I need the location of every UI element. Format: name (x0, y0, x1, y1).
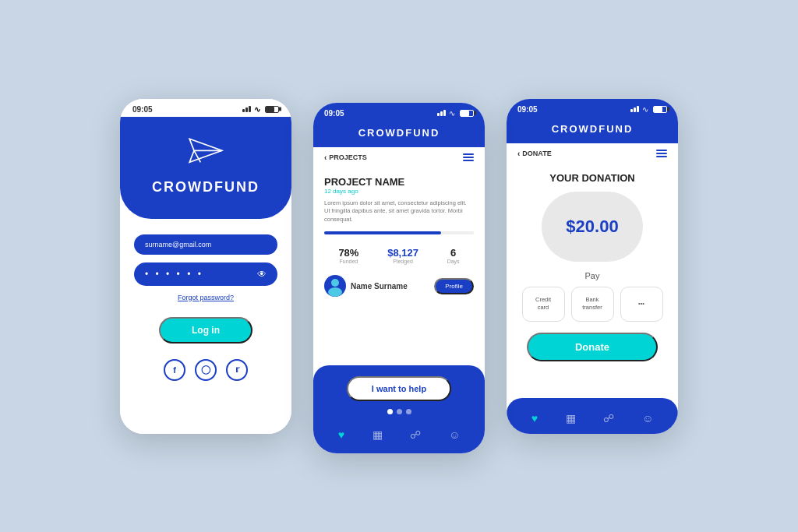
project-content: PROJECT NAME 12 days ago Lorem ipsum dol… (313, 168, 485, 365)
paper-plane-icon (186, 132, 225, 171)
donation-value: $20.00 (566, 217, 618, 237)
email-value: surname@gmail.com (145, 241, 211, 248)
pay-options: Credit card Bank transfer ••• (522, 287, 663, 322)
menu-line-2 (463, 157, 474, 158)
social-icons: f ◯ 𝕣 (164, 359, 248, 381)
sb2 (440, 111, 443, 116)
nav-heart[interactable]: ♥ (338, 428, 344, 441)
status-bar-2: 09:05 ∿ (313, 103, 485, 121)
password-input[interactable]: • • • • • • 👁 (134, 262, 277, 286)
facebook-icon[interactable]: f (164, 359, 185, 381)
sig-bar-3 (249, 106, 251, 112)
phones-container: 09:05 ∿ CROWDFUND surname@gmail.com (89, 60, 709, 473)
eye-icon[interactable]: 👁 (257, 269, 267, 280)
menu-icon-3[interactable] (656, 150, 667, 157)
login-bottom: surname@gmail.com • • • • • • 👁 Forgot p… (120, 219, 291, 434)
project-date: 12 days ago (324, 188, 474, 195)
nav-chat[interactable]: ☍ (410, 428, 421, 441)
sb3-3 (637, 106, 639, 112)
project-nav: ‹ PROJECTS (313, 147, 485, 168)
days-value: 6 (447, 247, 460, 259)
svg-point-3 (331, 279, 339, 287)
pay-label: Pay (585, 271, 600, 280)
login-top: CROWDFUND (120, 117, 291, 219)
chevron-icon-2: ‹ (517, 150, 520, 158)
dot-1 (387, 409, 393, 414)
wifi-icon-2: ∿ (449, 109, 455, 118)
back-button[interactable]: ‹ PROJECTS (324, 153, 367, 162)
dot-2 (397, 409, 402, 414)
profile-name: Name Surname (351, 282, 434, 291)
chevron-icon: ‹ (324, 153, 327, 162)
wifi-icon-3: ∿ (642, 105, 648, 114)
donation-title: YOUR DONATION (549, 172, 635, 184)
project-description: Lorem ipsum dolor sit amet, consectetur … (324, 199, 474, 224)
bottom-nav-3: ♥ ▦ ☍ ☺ (517, 406, 667, 426)
menu-line-1 (463, 153, 474, 155)
nav-grid[interactable]: ▦ (373, 428, 383, 441)
app-header-2: CROWDFUND (313, 121, 485, 147)
menu-icon[interactable] (463, 153, 474, 161)
app-title-2: CROWDFUND (358, 127, 440, 139)
more-options[interactable]: ••• (620, 287, 663, 322)
donate-content: YOUR DONATION $20.00 Pay Credit card Ban… (507, 164, 678, 398)
bank-transfer-option[interactable]: Bank transfer (571, 287, 614, 322)
signal-icon (242, 106, 251, 112)
bottom-nav-2: ♥ ▦ ☍ ☺ (324, 422, 474, 442)
login-button[interactable]: Log in (159, 317, 252, 344)
phone-project: 09:05 ∿ CROWDFUND ‹ PROJECTS (313, 103, 485, 453)
ml2 (656, 153, 667, 154)
profile-row: Name Surname Profile (324, 269, 474, 303)
donate-back-button[interactable]: ‹ DONATE (517, 150, 552, 158)
phone-donate: 09:05 ∿ CROWDFUND ‹ DONATE (507, 99, 678, 434)
phone-login: 09:05 ∿ CROWDFUND surname@gmail.com (120, 99, 291, 434)
bank-transfer-label: Bank transfer (582, 296, 602, 312)
ml1 (656, 150, 667, 151)
nav-grid-3[interactable]: ▦ (566, 412, 576, 425)
password-dots: • • • • • • (145, 269, 203, 280)
credit-card-option[interactable]: Credit card (522, 287, 565, 322)
nav-heart-3[interactable]: ♥ (531, 412, 538, 425)
donate-button[interactable]: Donate (527, 333, 658, 361)
time-3: 09:05 (517, 105, 538, 114)
wifi-icon: ∿ (254, 105, 260, 114)
sb1-3 (630, 109, 633, 112)
app-title-3: CROWDFUND (552, 123, 634, 135)
battery-icon (265, 106, 279, 113)
status-bar-3: 09:05 ∿ (507, 99, 678, 117)
dot-3 (406, 409, 411, 414)
email-input[interactable]: surname@gmail.com (134, 234, 277, 255)
time-1: 09:05 (132, 105, 153, 114)
donate-bottom: ♥ ▦ ☍ ☺ (507, 398, 678, 434)
credit-card-label: Credit card (535, 296, 551, 312)
sig-bar-1 (242, 109, 245, 112)
nav-user-3[interactable]: ☺ (642, 412, 653, 425)
battery-icon-3 (653, 106, 667, 113)
help-button[interactable]: I want to help (347, 376, 451, 401)
dots-indicator (387, 409, 411, 414)
stats-row: 78% Funded $8,127 Pledged 6 Days (324, 242, 474, 269)
menu-line-3 (463, 160, 474, 161)
status-icons-2: ∿ (437, 109, 474, 118)
nav-chat-3[interactable]: ☍ (603, 412, 614, 425)
stat-pledged: $8,127 Pledged (387, 247, 418, 264)
sig-bar-2 (245, 107, 248, 112)
battery-icon-2 (460, 110, 474, 117)
instagram-icon[interactable]: ◯ (195, 359, 217, 381)
profile-button[interactable]: Profile (434, 278, 474, 294)
phone-bottom: I want to help ♥ ▦ ☍ ☺ (313, 365, 485, 453)
nav-user[interactable]: ☺ (449, 428, 460, 441)
stat-days: 6 Days (447, 247, 460, 264)
donation-amount-display: $20.00 (542, 192, 643, 262)
status-icons-1: ∿ (242, 105, 279, 114)
more-options-label: ••• (638, 300, 644, 308)
status-icons-3: ∿ (630, 105, 667, 114)
days-label: Days (447, 259, 460, 264)
ml3 (656, 156, 667, 157)
signal-icon-3 (630, 106, 639, 112)
forgot-password-link[interactable]: Forgot password? (178, 294, 234, 301)
twitter-icon[interactable]: 𝕣 (226, 359, 248, 381)
progress-bar (324, 231, 474, 234)
stat-funded: 78% Funded (338, 247, 358, 264)
pledged-label: Pledged (387, 259, 418, 264)
